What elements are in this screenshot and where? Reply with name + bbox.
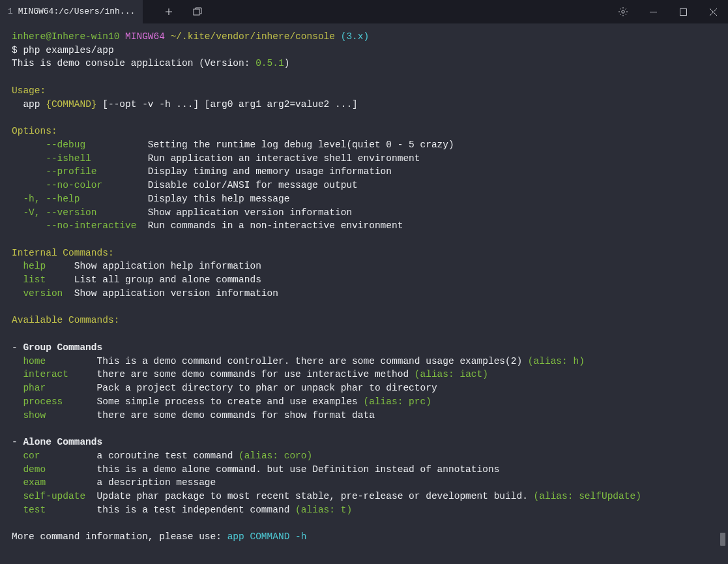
usage-heading: Usage: [12, 84, 716, 98]
command-row: interact there are some demo commands fo… [12, 368, 716, 381]
prompt-branch: (3.x) [341, 31, 370, 42]
command-desc: List all group and alone commands [74, 275, 261, 285]
tab-index: 1 [8, 6, 13, 18]
command-alias: (alias: h) [528, 356, 585, 366]
option-flag: --debug [12, 140, 142, 150]
alone-list: cor a coroutine test command (alias: cor… [12, 449, 716, 517]
command-row: self-update Update phar package to most … [12, 490, 716, 503]
option-desc: Run application an interactive shell env… [142, 153, 420, 164]
option-row: --profile Display timing and memory usag… [12, 165, 716, 179]
maximize-button[interactable] [668, 0, 698, 23]
footer-line: More command information, please use: ap… [12, 530, 716, 544]
option-row: -h, --help Display this help message [12, 192, 716, 206]
alone-heading: - Alone Commands [12, 436, 716, 449]
titlebar: 1 MINGW64:/c/Users/inh... [0, 0, 728, 23]
command-alias: (alias: iact) [415, 369, 488, 379]
internal-heading: Internal Commands: [12, 246, 716, 260]
tab-active[interactable]: 1 MINGW64:/c/Users/inh... [0, 0, 143, 23]
command-row: process Some simple process to create an… [12, 395, 716, 409]
option-flag: -V, --version [12, 207, 142, 218]
option-row: -V, --version Show application version i… [12, 206, 716, 220]
option-desc: Display this help message [142, 194, 289, 204]
command-name: process [12, 396, 97, 407]
prompt-user: inhere@Inhere-win10 [12, 31, 119, 42]
command-name: version [12, 288, 74, 299]
command-desc: Show application help information [74, 261, 261, 271]
command-desc: a description message [97, 477, 216, 488]
command-name: show [12, 410, 97, 421]
command-alias: (alias: coro) [239, 451, 312, 461]
window-controls [638, 0, 728, 23]
command-alias: (alias: t) [295, 505, 352, 515]
option-row: --debug Setting the runtime log debug le… [12, 138, 716, 152]
command-line: $ php examples/app [12, 44, 716, 57]
command-name: list [12, 275, 74, 285]
option-row: --no-color Disable color/ANSI for messag… [12, 179, 716, 192]
close-button[interactable] [698, 0, 728, 23]
app-description: This is demo console application (Versio… [12, 57, 716, 70]
prompt-path: ~/.kite/vendor/inhere/console [171, 31, 335, 42]
option-row: --ishell Run application an interactive … [12, 152, 716, 166]
command-row: test this is a test independent command … [12, 503, 716, 517]
option-flag: -h, --help [12, 194, 142, 204]
minimize-button[interactable] [638, 0, 668, 23]
command-name: help [12, 261, 74, 271]
option-row: --no-interactive Run commands in a non-i… [12, 219, 716, 233]
option-desc: Disable color/ANSI for message output [142, 180, 358, 190]
prompt-shell: MINGW64 [125, 31, 165, 42]
internal-row: version Show application version informa… [12, 287, 716, 301]
command-desc: This is a demo command controller. there… [97, 356, 528, 366]
command-alias: (alias: prc) [364, 396, 431, 407]
option-desc: Display timing and memory usage informat… [142, 166, 392, 177]
tab-title: MINGW64:/c/Users/inh... [18, 6, 135, 18]
command-name: home [12, 356, 97, 366]
command-row: show there are some demo commands for sh… [12, 409, 716, 423]
internal-row: list List all group and alone commands [12, 273, 716, 287]
command-name: phar [12, 383, 97, 393]
group-heading: - - Group CommandsGroup Commands [12, 341, 716, 355]
svg-point-1 [622, 10, 624, 13]
command-desc: a coroutine test command [97, 451, 239, 461]
tab-dropdown-button[interactable] [184, 0, 211, 23]
usage-line: app {COMMAND} [--opt -v -h ...] [arg0 ar… [12, 98, 716, 111]
options-heading: Options: [12, 125, 716, 138]
svg-rect-0 [194, 9, 199, 15]
command-desc: Update phar package to most recent stabl… [97, 491, 534, 501]
command-desc: there are some demo commands for show fo… [97, 410, 375, 421]
command-name: test [12, 505, 97, 515]
option-desc: Show application version information [142, 207, 352, 218]
command-desc: Show application version information [74, 288, 278, 299]
command-desc: this is a demo alone command. but use De… [97, 464, 500, 475]
svg-rect-2 [680, 8, 686, 15]
command-name: cor [12, 451, 97, 461]
option-flag: --profile [12, 166, 142, 177]
command-desc: this is a test independent command [97, 505, 296, 515]
command-desc: Some simple process to create and use ex… [97, 396, 364, 407]
command-name: exam [12, 477, 97, 488]
tab-controls [143, 0, 211, 23]
option-desc: Setting the runtime log debug level(quie… [142, 140, 454, 150]
scrollbar-thumb[interactable] [720, 533, 725, 546]
options-list: --debug Setting the runtime log debug le… [12, 138, 716, 233]
new-tab-button[interactable] [156, 0, 182, 23]
available-heading: Available Commands: [12, 314, 716, 327]
internal-row: help Show application help information [12, 260, 716, 273]
group-list: home This is a demo command controller. … [12, 355, 716, 423]
command-alias: (alias: selfUpdate) [534, 491, 641, 501]
option-flag: --no-interactive [12, 220, 142, 231]
internal-list: help Show application help information l… [12, 260, 716, 300]
command-row: home This is a demo command controller. … [12, 355, 716, 368]
command-desc: Pack a project directory to phar or unpa… [97, 383, 437, 393]
settings-button[interactable] [608, 0, 638, 23]
option-flag: --no-color [12, 180, 142, 190]
command-name: self-update [12, 491, 97, 501]
option-flag: --ishell [12, 153, 142, 164]
command-row: cor a coroutine test command (alias: cor… [12, 449, 716, 463]
option-desc: Run commands in a non-interactive enviro… [142, 220, 403, 231]
terminal-body[interactable]: inhere@Inhere-win10 MINGW64 ~/.kite/vend… [0, 23, 728, 550]
command-row: demo this is a demo alone command. but u… [12, 463, 716, 477]
command-desc: there are some demo commands for use int… [97, 369, 415, 379]
command-name: demo [12, 464, 97, 475]
command-row: phar Pack a project directory to phar or… [12, 381, 716, 395]
command-row: exam a description message [12, 476, 716, 490]
